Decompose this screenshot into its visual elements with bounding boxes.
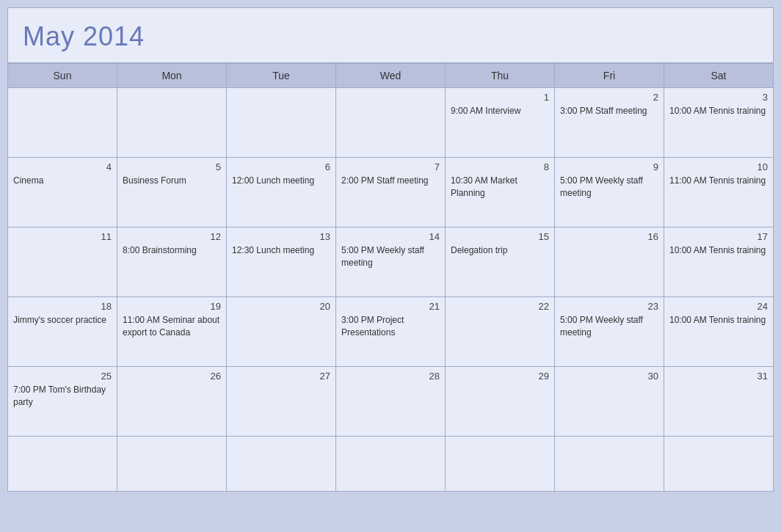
- calendar-week-row: 18Jimmy's soccer practice1911:00 AM Semi…: [8, 297, 774, 367]
- day-number: 2: [560, 92, 658, 103]
- calendar-cell[interactable]: 257:00 PM Tom's Birthday party: [8, 367, 117, 437]
- calendar-cell[interactable]: 29: [446, 367, 555, 437]
- calendar-cell[interactable]: 128:00 Brainstorming: [117, 227, 227, 297]
- day-number: 14: [341, 231, 440, 242]
- day-number: 3: [669, 92, 768, 103]
- calendar-cell[interactable]: 310:00 AM Tennis training: [664, 88, 774, 158]
- weekday-header: Wed: [336, 64, 446, 88]
- calendar-cell[interactable]: 26: [117, 367, 227, 437]
- calendar-cell[interactable]: 810:30 AM Market Planning: [446, 158, 555, 227]
- calendar-cell[interactable]: [8, 437, 117, 492]
- day-number: 4: [13, 161, 112, 172]
- calendar-table: SunMonTueWedThuFriSat 19:00 AM Interview…: [7, 63, 774, 492]
- calendar-cell[interactable]: [8, 88, 117, 158]
- calendar-cell[interactable]: 612:00 Lunch meeting: [227, 158, 336, 227]
- event-text: 11:00 AM Seminar about export to Canada: [123, 314, 221, 339]
- calendar-cell[interactable]: 213:00 PM Project Presentations: [336, 297, 446, 367]
- day-number: 6: [232, 161, 330, 172]
- calendar-cell[interactable]: 2410:00 AM Tennis training: [664, 297, 774, 367]
- event-text: 5:00 PM Weekly staff meeting: [341, 244, 440, 269]
- weekday-header-row: SunMonTueWedThuFriSat: [8, 64, 774, 88]
- calendar-cell[interactable]: [117, 437, 227, 492]
- day-number: 23: [560, 301, 658, 312]
- calendar-cell[interactable]: 31: [664, 367, 774, 437]
- calendar-cell[interactable]: 19:00 AM Interview: [446, 88, 555, 158]
- calendar-cell[interactable]: 145:00 PM Weekly staff meeting: [336, 227, 446, 297]
- calendar-cell[interactable]: [117, 88, 227, 158]
- calendar-body: 19:00 AM Interview23:00 PM Staff meeting…: [8, 88, 774, 492]
- calendar-cell[interactable]: 5Business Forum: [117, 158, 227, 227]
- weekday-header: Fri: [555, 64, 664, 88]
- day-number: 22: [451, 301, 549, 312]
- calendar-cell[interactable]: [227, 88, 336, 158]
- calendar-cell[interactable]: 1312:30 Lunch meeting: [227, 227, 336, 297]
- day-number: 1: [451, 92, 549, 103]
- calendar-cell[interactable]: [227, 437, 336, 492]
- calendar-cell[interactable]: 4Cinema: [8, 158, 117, 227]
- calendar-week-row: 19:00 AM Interview23:00 PM Staff meeting…: [8, 88, 774, 158]
- calendar-cell[interactable]: 1911:00 AM Seminar about export to Canad…: [117, 297, 227, 367]
- event-text: Cinema: [13, 175, 112, 187]
- event-text: 7:00 PM Tom's Birthday party: [13, 384, 112, 409]
- day-number: 5: [123, 161, 221, 172]
- event-text: 5:00 PM Weekly staff meeting: [560, 314, 658, 339]
- day-number: 21: [341, 301, 440, 312]
- event-text: 9:00 AM Interview: [451, 105, 549, 117]
- event-text: 8:00 Brainstorming: [123, 244, 221, 257]
- event-text: 3:00 PM Project Presentations: [341, 314, 440, 339]
- event-text: 10:00 AM Tennis training: [669, 244, 768, 257]
- weekday-header: Sat: [664, 64, 774, 88]
- calendar-week-row: [8, 437, 774, 492]
- weekday-header: Tue: [227, 64, 336, 88]
- calendar-cell[interactable]: 16: [555, 227, 664, 297]
- calendar-cell[interactable]: 15Delegation trip: [446, 227, 555, 297]
- event-text: 10:00 AM Tennis training: [669, 314, 768, 327]
- calendar-cell[interactable]: 1011:00 AM Tennis training: [664, 158, 774, 227]
- event-text: 10:00 AM Tennis training: [669, 105, 768, 117]
- day-number: 31: [669, 371, 768, 382]
- weekday-header: Sun: [8, 64, 117, 88]
- calendar-cell[interactable]: 27: [227, 367, 336, 437]
- calendar-cell[interactable]: 72:00 PM Staff meeting: [336, 158, 446, 227]
- event-text: 3:00 PM Staff meeting: [560, 105, 658, 117]
- day-number: 7: [341, 161, 440, 172]
- event-text: 10:30 AM Market Planning: [451, 175, 549, 200]
- event-text: 5:00 PM Weekly staff meeting: [560, 175, 658, 200]
- calendar-cell[interactable]: 28: [336, 367, 446, 437]
- calendar-cell[interactable]: 18Jimmy's soccer practice: [8, 297, 117, 367]
- calendar-cell[interactable]: [664, 437, 774, 492]
- calendar-week-row: 4Cinema5Business Forum612:00 Lunch meeti…: [8, 158, 774, 227]
- calendar-cell[interactable]: 95:00 PM Weekly staff meeting: [555, 158, 664, 227]
- weekday-header: Mon: [117, 64, 227, 88]
- calendar-cell[interactable]: [446, 437, 555, 492]
- day-number: 16: [560, 231, 658, 242]
- calendar-cell[interactable]: 30: [555, 367, 664, 437]
- event-text: Business Forum: [123, 175, 221, 187]
- calendar-cell[interactable]: 235:00 PM Weekly staff meeting: [555, 297, 664, 367]
- calendar-week-row: 11128:00 Brainstorming1312:30 Lunch meet…: [8, 227, 774, 297]
- calendar-cell[interactable]: 11: [8, 227, 117, 297]
- event-text: Jimmy's soccer practice: [13, 314, 112, 327]
- day-number: 29: [451, 371, 549, 382]
- day-number: 28: [341, 371, 440, 382]
- calendar-wrapper: May 2014 SunMonTueWedThuFriSat 19:00 AM …: [0, 0, 781, 532]
- calendar-cell[interactable]: 23:00 PM Staff meeting: [555, 88, 664, 158]
- calendar-cell[interactable]: [555, 437, 664, 492]
- weekday-header: Thu: [446, 64, 555, 88]
- calendar-cell[interactable]: 22: [446, 297, 555, 367]
- calendar-cell[interactable]: 1710:00 AM Tennis training: [664, 227, 774, 297]
- day-number: 27: [232, 371, 330, 382]
- event-text: 11:00 AM Tennis training: [669, 175, 768, 187]
- calendar-cell[interactable]: [336, 437, 446, 492]
- event-text: 12:30 Lunch meeting: [232, 244, 330, 257]
- calendar-cell[interactable]: [336, 88, 446, 158]
- event-text: Delegation trip: [451, 244, 549, 257]
- calendar-cell[interactable]: 20: [227, 297, 336, 367]
- day-number: 20: [232, 301, 330, 312]
- day-number: 18: [13, 301, 112, 312]
- day-number: 17: [669, 231, 768, 242]
- day-number: 12: [123, 231, 221, 242]
- day-number: 15: [451, 231, 549, 242]
- day-number: 11: [13, 231, 112, 242]
- calendar-week-row: 257:00 PM Tom's Birthday party2627282930…: [8, 367, 774, 437]
